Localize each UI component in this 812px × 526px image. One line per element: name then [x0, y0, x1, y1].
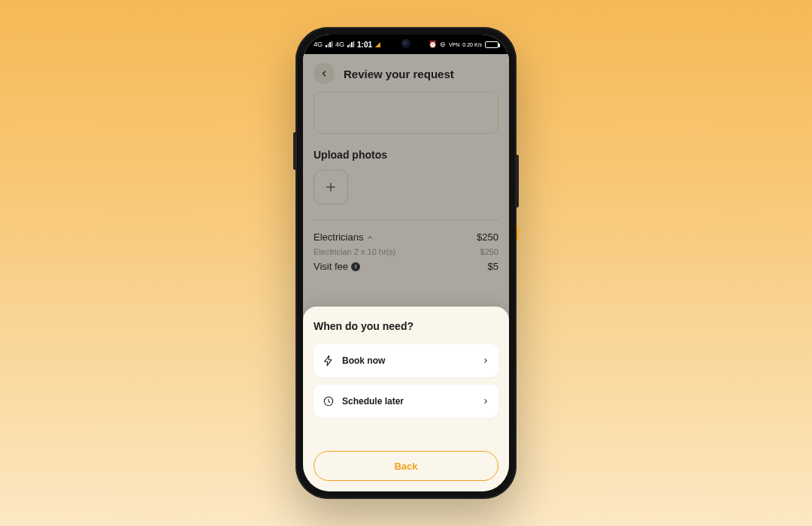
back-label: Back: [394, 461, 417, 472]
summary-lineitem-row: Electrician 2 x 10 hr(s) $250: [314, 245, 498, 258]
visit-fee-label: Visit fee: [314, 261, 348, 272]
book-now-label: Book now: [342, 355, 385, 366]
network-label-2: 4G: [335, 41, 344, 48]
vpn-label: VPN: [449, 42, 459, 47]
clock-time: 1:01: [357, 41, 372, 49]
add-photo-button[interactable]: [314, 170, 348, 204]
front-camera: [401, 39, 411, 48]
schedule-later-label: Schedule later: [342, 396, 404, 407]
info-icon[interactable]: i: [351, 262, 360, 271]
notes-box[interactable]: [314, 92, 498, 134]
page-content: Upload photos Electricians $250 Electric…: [303, 92, 509, 274]
sheet-back-button[interactable]: Back: [314, 451, 498, 481]
divider: [314, 219, 498, 220]
status-bar: 4G 4G 1:01 ◢ ⏰ ⊖ VPN 0.20 K/s: [303, 35, 509, 54]
data-rate: 0.20 K/s: [462, 42, 482, 47]
category-label: Electricians: [314, 231, 363, 243]
plus-icon: [324, 180, 338, 194]
bolt-icon: ◢: [375, 41, 380, 48]
alarm-icon: ⏰: [429, 41, 437, 48]
schedule-later-option[interactable]: Schedule later: [314, 385, 498, 418]
summary-category-row[interactable]: Electricians $250: [314, 229, 498, 245]
category-price: $250: [477, 231, 498, 243]
side-button-accent: [517, 226, 519, 240]
chevron-left-icon: [320, 69, 329, 78]
bottom-sheet: When do you need? Book now Schedule late…: [303, 307, 509, 491]
back-button[interactable]: [314, 63, 335, 84]
visit-fee-price: $5: [488, 261, 498, 272]
lineitem-label: Electrician 2 x 10 hr(s): [314, 247, 395, 256]
upload-label: Upload photos: [314, 149, 498, 161]
dnd-icon: ⊖: [440, 41, 446, 48]
signal-icon: [326, 41, 332, 47]
lineitem-price: $250: [480, 247, 498, 256]
chevron-right-icon: [482, 398, 489, 405]
sheet-title: When do you need?: [314, 320, 498, 332]
chevron-up-icon: [366, 234, 374, 241]
page-title: Review your request: [344, 68, 454, 80]
network-label: 4G: [314, 41, 323, 48]
status-left: 4G 4G 1:01 ◢: [314, 41, 380, 49]
clock-icon: [323, 395, 335, 407]
lightning-icon: [323, 355, 335, 367]
battery-icon: [485, 41, 498, 48]
signal-icon-2: [347, 41, 354, 47]
status-right: ⏰ ⊖ VPN 0.20 K/s: [429, 41, 498, 48]
app-header: Review your request: [303, 54, 509, 92]
book-now-option[interactable]: Book now: [314, 344, 498, 377]
chevron-right-icon: [482, 357, 489, 364]
screen: 4G 4G 1:01 ◢ ⏰ ⊖ VPN 0.20 K/s Revi: [303, 35, 509, 491]
phone-frame: 4G 4G 1:01 ◢ ⏰ ⊖ VPN 0.20 K/s Revi: [295, 27, 517, 499]
visit-fee-row: Visit fee i $5: [314, 258, 498, 274]
